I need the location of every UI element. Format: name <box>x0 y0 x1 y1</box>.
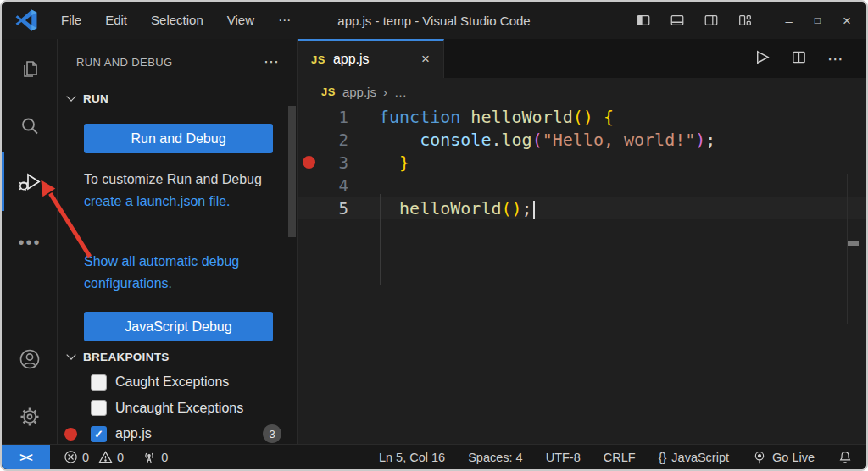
javascript-file-icon: JS <box>311 53 326 66</box>
editor-overview-ruler <box>847 174 848 324</box>
broadcast-icon <box>752 450 767 465</box>
toggle-secondary-sidebar-icon[interactable] <box>704 13 719 28</box>
editor-more-actions-icon[interactable]: ⋯ <box>827 49 844 69</box>
minimize-button[interactable]: – <box>785 14 792 27</box>
uncaught-exceptions-checkbox[interactable] <box>91 400 107 416</box>
remote-indicator[interactable]: >< <box>2 445 50 469</box>
title-bar: File Edit Selection View ⋯ app.js - temp… <box>2 2 866 39</box>
line-number: 4 <box>320 176 348 195</box>
run-file-icon[interactable] <box>753 48 771 69</box>
ports-indicator[interactable]: 0 <box>142 450 168 465</box>
code-line-3[interactable]: 3 } <box>298 151 866 174</box>
indentation-indicator[interactable]: Spaces: 4 <box>468 451 523 464</box>
tab-appjs[interactable]: JS app.js × <box>298 39 444 78</box>
breadcrumb-separator: › <box>383 85 387 99</box>
search-icon[interactable] <box>2 108 58 145</box>
editor-pane: JS app.js × ⋯ JS app.js › … <box>297 39 866 444</box>
indent-guide <box>380 194 381 285</box>
customize-layout-icon[interactable] <box>737 13 753 28</box>
additional-views-icon[interactable]: ••• <box>2 224 58 261</box>
code-line-1[interactable]: 1 function helloWorld() { <box>298 105 866 128</box>
line-number: 2 <box>320 130 348 149</box>
ports-count: 0 <box>161 451 168 464</box>
cursor-position-indicator[interactable]: Ln 5, Col 16 <box>379 451 445 464</box>
menu-bar: File Edit Selection View ⋯ <box>53 9 299 31</box>
close-button[interactable]: × <box>843 14 851 28</box>
line-number: 1 <box>320 108 348 126</box>
notifications-bell-icon[interactable] <box>837 450 853 465</box>
sidebar-scrollbar[interactable] <box>288 106 296 237</box>
tab-close-icon[interactable]: × <box>421 51 430 68</box>
breakpoint-row-uncaught-exceptions[interactable]: Uncaught Exceptions <box>58 396 297 422</box>
encoding-indicator[interactable]: UTF-8 <box>546 451 581 464</box>
chevron-down-icon <box>66 350 75 359</box>
problems-indicator[interactable]: 0 0 <box>64 450 124 464</box>
panel-more-actions-icon[interactable]: ⋯ <box>264 53 280 71</box>
javascript-file-icon: JS <box>321 86 336 98</box>
error-count: 0 <box>82 451 89 464</box>
editor-scrollbar-decoration[interactable] <box>848 241 859 246</box>
hint-plain-text: To customize Run and Debug <box>84 172 262 186</box>
breakpoint-label: Caught Exceptions <box>115 374 229 390</box>
breakpoint-row-caught-exceptions[interactable]: Caught Exceptions <box>58 369 297 396</box>
toggle-panel-icon[interactable] <box>670 13 685 28</box>
code-line-4[interactable]: 4 <box>298 174 866 197</box>
run-section-label: RUN <box>83 92 108 105</box>
chevron-down-icon <box>66 91 75 101</box>
language-label: JavaScript <box>671 451 729 464</box>
code-line-5[interactable]: 5 helloWorld(); <box>298 197 866 219</box>
go-live-label: Go Live <box>772 451 815 464</box>
appjs-breakpoint-checkbox[interactable]: ✓ <box>91 426 107 442</box>
vscode-logo-icon <box>15 9 37 31</box>
vscode-window: File Edit Selection View ⋯ app.js - temp… <box>0 0 868 471</box>
run-and-debug-icon[interactable] <box>2 163 58 201</box>
breadcrumb-file[interactable]: app.js <box>342 85 376 99</box>
gutter[interactable] <box>298 156 320 169</box>
explorer-icon[interactable] <box>2 51 58 88</box>
breakpoint-label: Uncaught Exceptions <box>115 401 243 416</box>
split-editor-icon[interactable] <box>791 49 807 68</box>
menu-more-icon[interactable]: ⋯ <box>270 9 299 31</box>
create-launch-json-link[interactable]: create a launch.json file. <box>84 194 231 208</box>
code-editor[interactable]: 1 function helloWorld() { 2 console.log(… <box>298 105 866 444</box>
line-number: 3 <box>320 153 348 172</box>
language-mode-indicator[interactable]: {}JavaScript <box>659 451 729 464</box>
breakpoint-dot-icon <box>64 428 77 441</box>
radio-tower-icon <box>142 450 157 465</box>
tab-label: app.js <box>333 52 370 67</box>
customize-hint-text: To customize Run and Debug create a laun… <box>84 169 267 213</box>
tab-bar: JS app.js × ⋯ <box>298 39 866 78</box>
error-icon <box>64 450 78 464</box>
maximize-button[interactable]: □ <box>815 15 821 25</box>
warning-icon <box>98 450 113 464</box>
section-run[interactable]: RUN <box>58 86 297 110</box>
go-live-button[interactable]: Go Live <box>752 450 815 465</box>
accounts-icon[interactable] <box>2 341 58 378</box>
toggle-primary-sidebar-icon[interactable] <box>636 13 651 28</box>
code-line-2[interactable]: 2 console.log("Hello, world!"); <box>298 128 866 151</box>
menu-selection[interactable]: Selection <box>142 9 212 31</box>
menu-file[interactable]: File <box>53 9 90 31</box>
status-bar: >< 0 0 0 Ln 5, Col 16 Spaces: 4 UTF-8 CR… <box>2 444 866 469</box>
run-and-debug-button[interactable]: Run and Debug <box>84 124 273 153</box>
menu-view[interactable]: View <box>219 9 263 31</box>
run-and-debug-panel: RUN AND DEBUG ⋯ RUN Run and Debug To cus… <box>58 39 297 444</box>
breakpoint-row-appjs[interactable]: ✓ app.js 3 <box>58 421 297 447</box>
caught-exceptions-checkbox[interactable] <box>91 374 107 391</box>
section-breakpoints[interactable]: BREAKPOINTS <box>58 346 297 368</box>
breakpoint-label: app.js <box>115 426 152 441</box>
eol-indicator[interactable]: CRLF <box>604 451 636 464</box>
braces-icon: {} <box>659 451 667 464</box>
breakpoint-dot-icon[interactable] <box>303 156 315 169</box>
javascript-debug-button[interactable]: JavaScript Debug <box>84 312 273 341</box>
breadcrumb-symbol-more[interactable]: … <box>394 85 407 99</box>
breadcrumb[interactable]: JS app.js › … <box>298 78 866 105</box>
warning-count: 0 <box>117 451 124 464</box>
breakpoint-count-badge: 3 <box>263 424 281 443</box>
line-number: 5 <box>320 199 348 218</box>
activity-bar: ••• <box>2 39 58 444</box>
show-debug-configurations-link[interactable]: Show all automatic debug configurations. <box>84 251 267 295</box>
menu-edit[interactable]: Edit <box>97 9 136 31</box>
text-cursor <box>533 201 535 219</box>
settings-gear-icon[interactable] <box>2 398 58 435</box>
